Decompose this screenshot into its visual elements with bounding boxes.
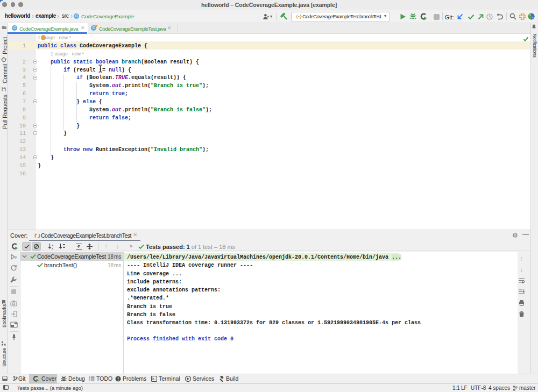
- svg-text:9: 9: [15, 255, 17, 259]
- svg-text:z: z: [52, 247, 53, 250]
- svg-text:a: a: [52, 244, 54, 247]
